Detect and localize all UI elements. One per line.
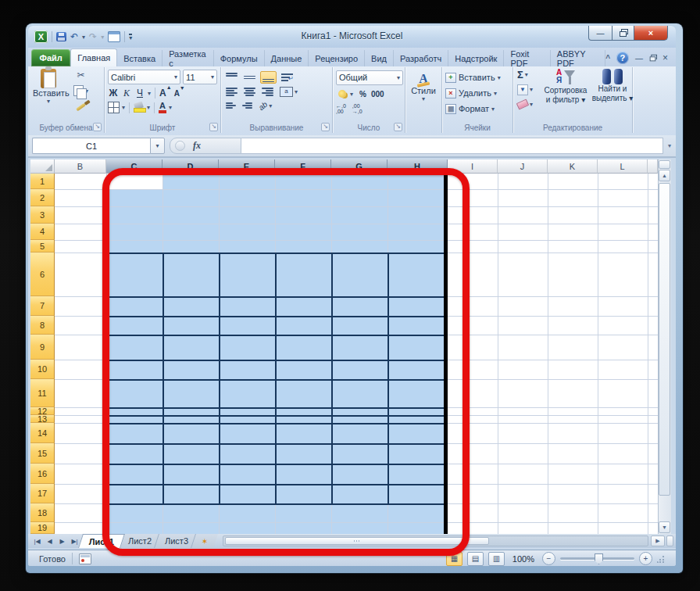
scroll-down-button[interactable]: ▼ [659,521,670,533]
insert-sheet-button[interactable]: ✶ [191,534,218,548]
resize-grip[interactable] [657,555,665,563]
tab-главная[interactable]: Главная [70,48,117,66]
wrap-text-button[interactable] [280,72,295,83]
cut-button[interactable]: ✂ [72,70,90,81]
align-right-button[interactable] [260,87,275,98]
align-bottom-button[interactable] [260,71,277,84]
accounting-format-button[interactable]: ▾ [336,88,355,100]
help-icon[interactable]: ? [616,52,629,64]
row-header-15[interactable]: 15 [30,443,55,464]
align-top-button[interactable] [224,72,239,83]
row-header-3[interactable]: 3 [30,206,55,224]
row-header-8[interactable]: 8 [30,316,55,335]
tab-разработч[interactable]: Разработч [394,50,448,66]
zoom-out-button[interactable]: − [542,552,555,565]
merge-center-button[interactable]: a▾ [278,86,299,98]
column-header-B[interactable]: B [55,159,106,174]
insert-function-button[interactable]: fx [193,140,201,152]
shrink-font-button[interactable]: А▼ [174,88,185,98]
close-button[interactable]: × [634,26,668,41]
delete-cells-button[interactable]: × Удалить▾ [445,86,509,100]
orientation-button[interactable]: ab▾ [257,101,273,111]
decrease-indent-button[interactable] [224,100,238,111]
horizontal-scroll-thumb[interactable] [225,537,490,545]
column-header-I[interactable]: I [448,159,498,174]
sort-filter-button[interactable]: АЯ Сортировка и фильтр ▾ [541,69,590,105]
row-header-10[interactable]: 10 [30,360,55,379]
column-header-L[interactable]: L [598,159,648,174]
column-header-E[interactable]: E [219,159,275,174]
prev-sheet-button[interactable]: ◀ [44,535,55,546]
first-sheet-button[interactable]: |◀ [31,535,43,546]
underline-dropdown-icon[interactable]: ▾ [148,90,151,97]
row-header-2[interactable]: 2 [30,189,55,206]
tab-split-handle[interactable] [666,535,673,546]
increase-indent-button[interactable] [241,100,254,111]
scroll-right-button[interactable]: ▶ [651,535,665,546]
paste-button[interactable]: Вставить ▾ [33,69,64,105]
workbook-close-icon[interactable]: × [662,52,668,63]
tab-foxit-pdf[interactable]: Foxit PDF [504,50,550,66]
row-header-14[interactable]: 14 [30,423,55,443]
row-header-5[interactable]: 5 [30,240,55,253]
active-cell-C1[interactable] [106,174,162,189]
fill-color-icon[interactable] [134,102,145,113]
row-header-13[interactable]: 13 [30,415,55,423]
number-format-select[interactable]: Общий▾ [336,70,403,85]
clipboard-dialog-launcher-icon[interactable]: ↘ [93,123,102,131]
view-normal-button[interactable]: ▦ [446,552,462,566]
name-box-dropdown-icon[interactable]: ▾ [150,138,165,154]
row-header-17[interactable]: 17 [30,484,55,503]
vertical-scroll-thumb[interactable] [659,183,670,496]
autosum-button[interactable]: Σ▾ [517,69,533,81]
workbook-restore-icon[interactable] [650,56,656,60]
row-header-16[interactable]: 16 [30,464,55,484]
styles-button[interactable]: А Стили ▾ [410,72,437,102]
tab-рецензиро[interactable]: Рецензиро [309,50,365,66]
column-header-K[interactable]: K [548,159,598,174]
borders-icon[interactable] [108,102,120,113]
tab-надстройк[interactable]: Надстройк [448,50,504,66]
increase-decimal-button[interactable]: ←,0,00 [336,103,346,114]
row-header-19[interactable]: 19 [30,522,55,534]
select-all-corner[interactable] [30,159,55,174]
bold-button[interactable]: Ж [108,88,119,98]
view-page-layout-button[interactable]: ▤ [467,552,484,566]
font-color-icon[interactable]: А [159,102,166,113]
worksheet-grid[interactable]: BCDEFGHIJKL12345678910111213141516171819… [30,159,671,534]
italic-button[interactable]: К [121,88,132,98]
restore-button[interactable] [612,26,634,41]
record-macro-icon[interactable] [79,553,91,564]
formula-input[interactable] [241,138,663,154]
font-name-select[interactable]: Calibri▾ [108,70,180,84]
column-header-G[interactable]: G [331,159,388,174]
number-dialog-launcher-icon[interactable]: ↘ [394,123,402,131]
row-header-18[interactable]: 18 [30,503,55,522]
row-header-9[interactable]: 9 [30,335,55,360]
insert-cells-button[interactable]: + Вставить▾ [445,70,509,84]
underline-button[interactable]: Ч [134,88,145,98]
paste-dropdown-icon[interactable]: ▾ [33,98,64,105]
font-size-select[interactable]: 11▾ [183,70,217,84]
next-sheet-button[interactable]: ▶ [56,535,68,546]
column-header-J[interactable]: J [498,159,548,174]
zoom-slider[interactable] [560,557,634,560]
font-dialog-launcher-icon[interactable]: ↘ [209,123,218,131]
row-header-6[interactable]: 6 [30,253,55,296]
tab-данные[interactable]: Данные [265,50,309,66]
zoom-slider-thumb[interactable] [595,553,603,564]
workbook-minimize-icon[interactable]: — [635,54,643,63]
row-header-1[interactable]: 1 [30,174,55,189]
name-box[interactable]: C1 [32,138,150,154]
column-header-partial[interactable] [648,159,658,174]
format-cells-button[interactable]: ▦ Формат▾ [445,102,509,116]
tab-разметка-с[interactable]: Разметка с [162,50,214,66]
fill-button[interactable]: ▼▾ [517,84,533,95]
find-select-button[interactable]: Найти и выделить ▾ [588,69,637,103]
row-header-11[interactable]: 11 [30,379,55,407]
expand-formula-bar-icon[interactable]: ▾ [663,138,676,153]
sheet-tab-лист1[interactable]: Лист1 [78,534,125,548]
column-header-H[interactable]: H [388,159,448,174]
align-middle-button[interactable] [242,72,257,83]
tab-file[interactable]: Файл [31,49,70,66]
